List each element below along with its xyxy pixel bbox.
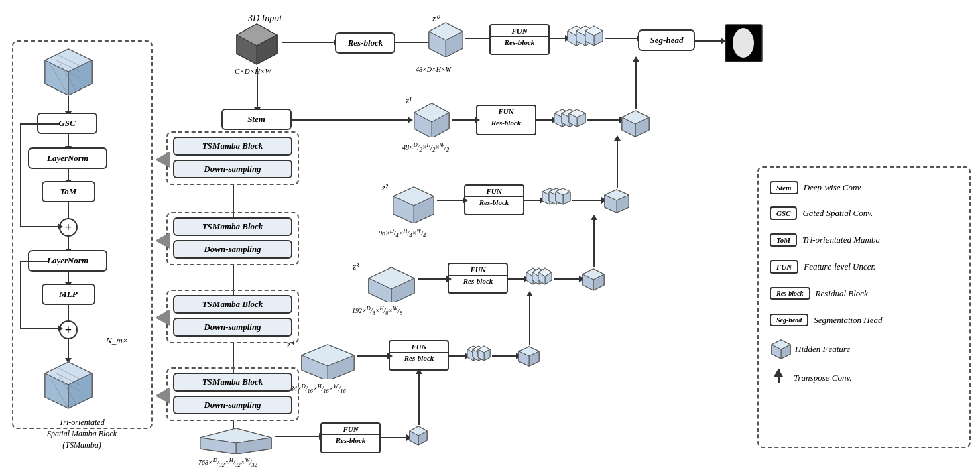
legend-gsc: GSC Gated Spatial Conv. xyxy=(770,206,873,220)
arrow-gsc-to-ln1 xyxy=(68,134,69,147)
tsm4-down-label: Down-sampling xyxy=(173,396,292,414)
arrow-z4-to-fun4 xyxy=(357,355,389,357)
arrow-input-to-stem xyxy=(257,67,258,109)
tom-block: ToM xyxy=(42,181,95,202)
arrow-hidden4-to-res4 xyxy=(492,355,517,357)
arrow-up-2 xyxy=(617,139,618,188)
output-result-cube xyxy=(722,21,765,65)
skip-v-ln2 xyxy=(20,261,21,329)
result-cube-5 xyxy=(408,425,429,447)
arrow-stem-to-z1 xyxy=(292,119,409,121)
svg-point-39 xyxy=(733,28,754,58)
svg-marker-123 xyxy=(156,388,170,404)
hidden-cube-3c xyxy=(537,267,553,286)
tsm3-block-label: TSMamba Block xyxy=(173,295,292,314)
arrow-plus1-to-ln2 xyxy=(68,237,69,250)
svg-marker-60 xyxy=(156,152,170,168)
arrow-mlp-to-plus2 xyxy=(68,305,69,322)
result-cube-4 xyxy=(517,345,541,368)
dim4-label: 192×D/8×H/8×W/8 xyxy=(352,306,402,316)
z5-cube xyxy=(198,426,275,454)
hidden-cube-0c xyxy=(584,24,604,48)
arrow-plus2-to-outcube xyxy=(68,339,69,359)
hidden-cube-2c xyxy=(554,186,572,206)
tsm3-down-label: Down-sampling xyxy=(173,318,292,337)
result-cube-1 xyxy=(621,109,651,139)
legend-hidden: Hidden Feature xyxy=(770,339,850,360)
fun-box-5: FUN Res-block xyxy=(320,422,381,453)
skip-h-to-plus2 xyxy=(20,328,59,329)
fun-box-2: FUN Res-block xyxy=(464,184,524,215)
arrow-z1-to-fun1 xyxy=(452,119,476,121)
tsm2-block-label: TSMamba Block xyxy=(173,217,292,236)
arrow-fun1-to-hidden1 xyxy=(536,119,553,121)
layernorm1-block: LayerNorm xyxy=(28,147,107,169)
dim1-label: 48×D×H×W xyxy=(416,66,451,73)
dim6-label: 768×D/32×H/32×W/32 xyxy=(198,457,257,468)
legend-fun: FUN Feature-level Uncer. xyxy=(770,260,875,274)
main-diagram: GSC LayerNorm ToM + LayerNorm MLP + N_m× xyxy=(0,0,980,476)
z1-cube xyxy=(412,101,452,137)
tsmamba-caption: Tri-orientatedSpatial Mamba Block(TSMamb… xyxy=(15,417,149,451)
legend-tom: ToM Tri-orientated Mamba xyxy=(770,233,880,247)
skip-v-1 xyxy=(20,123,21,227)
z3-label: z³ xyxy=(353,261,359,272)
skip-ln2-left xyxy=(20,261,48,262)
arrow-hidden1-to-res1 xyxy=(587,119,621,121)
res-block-top: Res-block xyxy=(335,32,395,54)
fun-box-4: FUN Res-block xyxy=(389,340,449,371)
seg-head-block: Seg-head xyxy=(638,29,695,51)
arrow-up-1 xyxy=(635,60,637,109)
skip-h-to-plus1 xyxy=(20,226,59,227)
arrow-ln1-to-tom xyxy=(68,169,69,181)
left-arrow-tsm4 xyxy=(156,388,170,406)
tsm4-block-label: TSMamba Block xyxy=(173,373,292,392)
skip-connection-1 xyxy=(20,123,59,125)
arrow-ln2-to-mlp xyxy=(68,272,69,284)
arrow-hidden3-to-res3 xyxy=(554,278,580,280)
result-cube-3 xyxy=(580,267,606,292)
arrow-seghead-to-output xyxy=(695,40,722,42)
legend-seg-head: Seg-head Segmentation Head xyxy=(770,314,883,326)
svg-marker-81 xyxy=(156,233,170,249)
arrow-z5-to-fun5 xyxy=(275,436,320,437)
cube-input-top xyxy=(42,46,95,96)
arrow-res-to-z0 xyxy=(395,42,432,43)
z0-cube xyxy=(428,20,465,57)
legend-res-block: Res-block Residual Block xyxy=(770,287,868,300)
arrow-cube-to-gsc xyxy=(68,96,69,113)
left-arrow-tsm2 xyxy=(156,233,170,251)
hidden-cube-1c xyxy=(568,107,587,129)
z4-cube xyxy=(298,342,357,379)
legend-transpose: Transpose Conv. xyxy=(770,369,851,388)
arrow-fun0-to-hidden0 xyxy=(550,38,566,39)
left-arrow-tsm3 xyxy=(156,310,170,329)
arrow-hidden0-to-seghead xyxy=(605,38,638,39)
z3-cube xyxy=(365,265,418,302)
fun-box-1: FUN Res-block xyxy=(476,105,536,135)
cdxhxw-label: C×D×H×W xyxy=(235,67,271,75)
arrow-hidden2-to-res2 xyxy=(572,200,603,201)
fun-box-0: FUN Res-block xyxy=(489,24,550,55)
hidden-cube-4c xyxy=(477,345,491,362)
dim2-label: 48×D/2×H/2×W/2 xyxy=(402,142,449,153)
stem-block: Stem xyxy=(221,109,292,130)
svg-marker-102 xyxy=(156,310,170,326)
z2-cube xyxy=(390,184,437,223)
nm-label: N_m× xyxy=(106,335,128,346)
z2-label: z² xyxy=(382,182,388,193)
arrow-input-to-res xyxy=(282,42,335,43)
arrow-fun4-to-hidden4 xyxy=(449,355,466,357)
arrow-z0-to-fun0 xyxy=(465,38,490,39)
z4-label: z⁴ xyxy=(287,339,294,350)
arrow-fun3-to-hidden3 xyxy=(508,278,525,280)
fun-box-3: FUN Res-block xyxy=(448,263,508,294)
arrow-up-3 xyxy=(593,219,595,267)
tsm1-down-label: Down-sampling xyxy=(173,160,292,178)
left-arrow-tsm1 xyxy=(156,152,170,170)
arrow-tom-to-plus1 xyxy=(68,202,69,219)
arrow-fun2-to-hidden2 xyxy=(524,200,541,201)
result-cube-2 xyxy=(603,188,631,215)
tsm2-down-label: Down-sampling xyxy=(173,240,292,259)
z1-label: z¹ xyxy=(406,95,412,106)
